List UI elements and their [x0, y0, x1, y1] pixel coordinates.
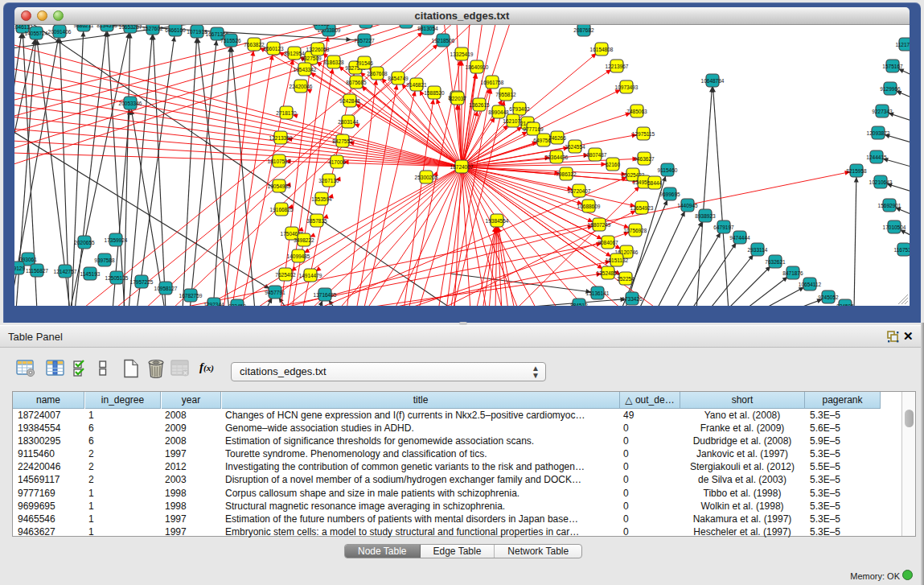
svg-text:16782759: 16782759 — [179, 293, 203, 299]
svg-text:7663822: 7663822 — [244, 42, 265, 47]
svg-text:2933114: 2933114 — [748, 247, 768, 253]
svg-text:17010504: 17010504 — [883, 225, 906, 230]
svg-text:8938923: 8938923 — [695, 213, 716, 219]
svg-text:2087682: 2087682 — [573, 27, 594, 33]
svg-text:14055724: 14055724 — [25, 31, 48, 36]
svg-text:7515526: 7515526 — [220, 38, 241, 43]
svg-text:12505135: 12505135 — [105, 275, 129, 281]
svg-text:10543342: 10543342 — [294, 67, 317, 72]
svg-text:13226058: 13226058 — [306, 47, 330, 52]
svg-text:417006: 417006 — [328, 159, 346, 165]
svg-text:18640910: 18640910 — [466, 64, 489, 70]
svg-text:9129966: 9129966 — [880, 86, 901, 92]
svg-text:22420046: 22420046 — [290, 84, 313, 89]
svg-text:7357227: 7357227 — [354, 38, 375, 43]
svg-text:9084067: 9084067 — [598, 240, 618, 245]
svg-text:58444: 58444 — [647, 180, 662, 186]
svg-text:1575167: 1575167 — [882, 64, 903, 69]
svg-text:884512: 884512 — [570, 303, 588, 307]
svg-text:15136141: 15136141 — [586, 290, 610, 296]
svg-text:15720407: 15720407 — [568, 188, 591, 194]
svg-text:16151132: 16151132 — [606, 257, 629, 263]
svg-text:7632621: 7632621 — [765, 259, 786, 265]
svg-text:3624554: 3624554 — [565, 144, 585, 150]
svg-text:17957225: 17957225 — [130, 279, 154, 285]
svg-text:8454749: 8454749 — [388, 76, 409, 81]
svg-text:922450: 922450 — [228, 303, 246, 307]
svg-text:7955812: 7955812 — [495, 92, 516, 97]
svg-text:791546: 791546 — [355, 60, 373, 66]
svg-text:2020655: 2020655 — [74, 240, 95, 245]
svg-text:8660123: 8660123 — [263, 46, 284, 51]
svg-text:3857835: 3857835 — [306, 218, 327, 224]
svg-text:7625402: 7625402 — [275, 272, 296, 278]
svg-text:1121704: 1121704 — [896, 42, 910, 47]
svg-text:9886211: 9886211 — [74, 25, 94, 28]
svg-text:1440945: 1440945 — [677, 203, 698, 208]
svg-text:17359924: 17359924 — [105, 237, 128, 243]
svg-text:20053346: 20053346 — [119, 101, 142, 106]
svg-text:12142757: 12142757 — [54, 269, 77, 274]
svg-text:8134598: 8134598 — [97, 25, 117, 28]
svg-text:16154808: 16154808 — [590, 47, 614, 52]
svg-text:18724007: 18724007 — [450, 164, 474, 170]
svg-text:20364436: 20364436 — [545, 154, 569, 160]
svg-text:13654923: 13654923 — [630, 205, 654, 211]
svg-text:10973493: 10973493 — [615, 84, 639, 90]
svg-text:8186328: 8186328 — [323, 60, 344, 65]
svg-text:18807249: 18807249 — [588, 222, 611, 228]
svg-text:19166825: 19166825 — [270, 207, 294, 212]
svg-text:10210643: 10210643 — [869, 179, 893, 185]
svg-text:9397588: 9397588 — [94, 257, 115, 263]
svg-text:9457791: 9457791 — [265, 290, 285, 295]
svg-text:1733426: 1733426 — [622, 296, 643, 302]
svg-text:13716485: 13716485 — [314, 292, 337, 298]
svg-text:8215958: 8215958 — [846, 168, 867, 174]
svg-text:6793402: 6793402 — [509, 106, 530, 112]
svg-text:822037: 822037 — [449, 96, 466, 101]
svg-text:6466160: 6466160 — [165, 27, 186, 33]
svg-text:9245052: 9245052 — [818, 295, 839, 300]
svg-text:25300205: 25300205 — [415, 175, 438, 180]
svg-text:9115460: 9115460 — [658, 167, 678, 173]
svg-text:1362615: 1362615 — [469, 102, 490, 108]
svg-text:1527602: 1527602 — [142, 26, 163, 31]
svg-text:39129: 39129 — [14, 266, 25, 271]
svg-text:10688609: 10688609 — [577, 204, 601, 209]
svg-text:14099485: 14099485 — [287, 253, 310, 259]
svg-text:746266: 746266 — [548, 135, 566, 141]
svg-text:1588520: 1588520 — [424, 90, 445, 96]
svg-text:9699695: 9699695 — [659, 192, 680, 197]
svg-text:8471876: 8471876 — [782, 270, 803, 276]
svg-text:8675685: 8675685 — [346, 80, 367, 85]
svg-text:9777169: 9777169 — [523, 126, 544, 132]
svg-text:19054985: 19054985 — [268, 183, 291, 189]
svg-text:10654112: 10654112 — [799, 282, 822, 287]
svg-text:15692901: 15692901 — [878, 203, 901, 208]
svg-text:1145193: 1145193 — [80, 271, 101, 277]
svg-text:13524851: 13524851 — [597, 270, 620, 276]
svg-text:2803144: 2803144 — [338, 119, 359, 125]
svg-text:2867608: 2867608 — [367, 71, 388, 76]
svg-text:19218506: 19218506 — [432, 38, 455, 43]
svg-text:10648784: 10648784 — [701, 78, 725, 84]
svg-text:824505: 824505 — [836, 303, 854, 307]
svg-text:9146821: 9146821 — [406, 82, 427, 88]
svg-text:2718170: 2718170 — [276, 110, 297, 116]
svg-text:12093872: 12093872 — [867, 130, 890, 136]
svg-text:9474444: 9474444 — [729, 235, 750, 241]
svg-text:10756928: 10756928 — [624, 228, 647, 233]
svg-text:393061: 393061 — [19, 257, 37, 262]
svg-text:62160: 62160 — [606, 162, 620, 167]
svg-text:10958127: 10958127 — [154, 286, 178, 291]
svg-text:1244415: 1244415 — [866, 154, 887, 160]
svg-text:12213967: 12213967 — [606, 64, 629, 69]
svg-text:18107512: 18107512 — [268, 159, 291, 164]
svg-text:12975115: 12975115 — [632, 131, 655, 137]
svg-text:1292344: 1292344 — [203, 302, 224, 307]
svg-text:11156827: 11156827 — [26, 268, 48, 274]
svg-text:9242848: 9242848 — [339, 98, 360, 104]
svg-text:3498222: 3498222 — [294, 237, 314, 243]
svg-text:8427552: 8427552 — [332, 138, 353, 144]
svg-text:252254: 252254 — [617, 276, 634, 282]
